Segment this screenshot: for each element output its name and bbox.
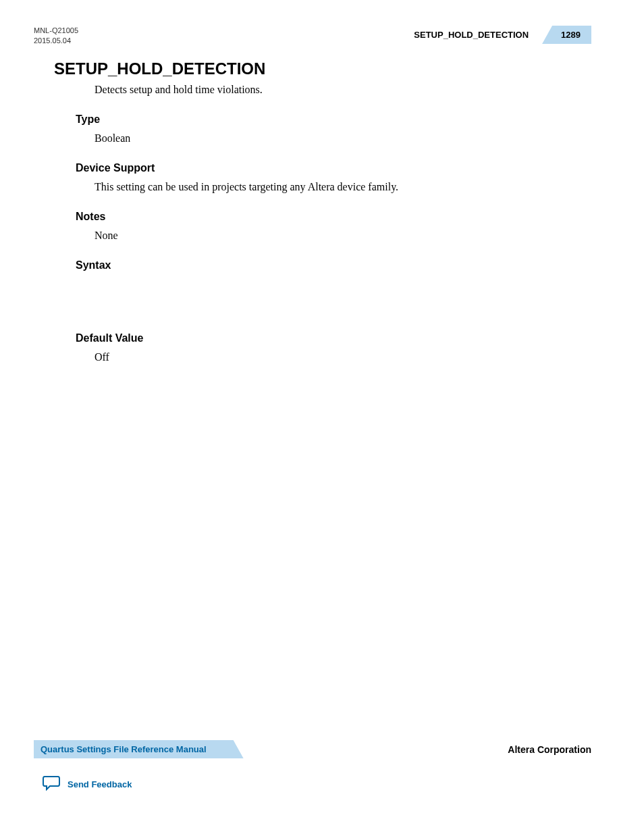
page-number-badge: 1289 — [542, 26, 591, 44]
syntax-content — [54, 278, 591, 332]
notes-heading: Notes — [76, 211, 591, 223]
send-feedback-link[interactable]: Send Feedback — [42, 775, 591, 793]
manual-title-badge[interactable]: Quartus Settings File Reference Manual — [34, 740, 244, 758]
main-heading: SETUP_HOLD_DETECTION — [54, 59, 591, 78]
main-description: Detects setup and hold time violations. — [95, 84, 591, 96]
header-section-title: SETUP_HOLD_DETECTION — [414, 30, 542, 40]
company-name: Altera Corporation — [508, 744, 591, 755]
page-header: MNL-Q21005 2015.05.04 SETUP_HOLD_DETECTI… — [34, 26, 591, 47]
feedback-label: Send Feedback — [68, 779, 132, 789]
main-content: SETUP_HOLD_DETECTION Detects setup and h… — [54, 59, 591, 381]
device-support-heading: Device Support — [76, 162, 591, 174]
notes-text: None — [95, 230, 591, 242]
type-text: Boolean — [95, 132, 591, 145]
type-heading: Type — [76, 113, 591, 126]
doc-id: MNL-Q21005 — [34, 26, 78, 36]
default-value-text: Off — [95, 351, 591, 363]
footer-bar: Quartus Settings File Reference Manual A… — [34, 740, 591, 758]
device-support-text: This setting can be used in projects tar… — [95, 181, 591, 193]
page-footer: Quartus Settings File Reference Manual A… — [34, 740, 591, 793]
doc-date: 2015.05.04 — [34, 36, 78, 46]
doc-info: MNL-Q21005 2015.05.04 — [34, 26, 78, 47]
manual-title: Quartus Settings File Reference Manual — [41, 744, 207, 754]
speech-bubble-icon — [42, 775, 61, 793]
header-right: SETUP_HOLD_DETECTION 1289 — [414, 26, 591, 44]
default-value-heading: Default Value — [76, 332, 591, 344]
syntax-heading: Syntax — [76, 259, 591, 271]
